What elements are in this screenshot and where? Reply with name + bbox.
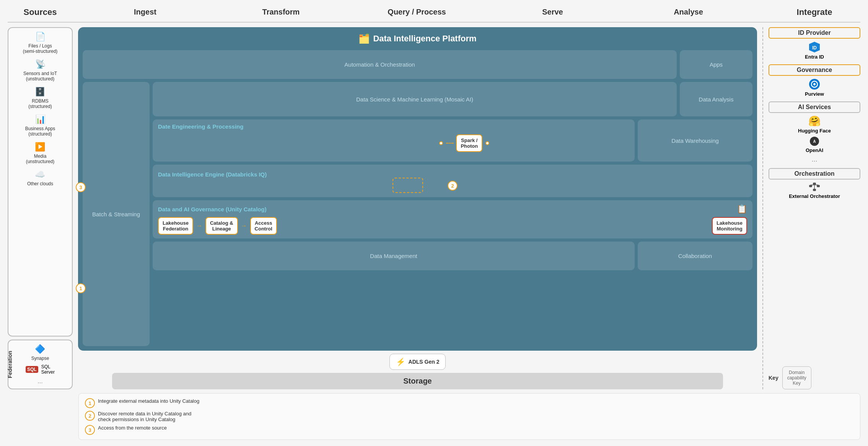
conn-dot-right <box>485 141 489 145</box>
adls-item: ⚡ ADLS Gen 2 <box>389 354 446 370</box>
orchestrator-icon <box>808 182 821 193</box>
purview-item: Purview <box>805 78 824 97</box>
main-headers: Ingest Transform Query / Process Serve A… <box>73 6 761 18</box>
media-icon: ▶️ <box>35 142 45 152</box>
openai-icon: A <box>809 136 820 147</box>
source-rdbms: 🗄️ RDBMS(structured) <box>28 87 52 109</box>
svg-point-4 <box>813 83 816 85</box>
purview-icon <box>808 78 821 90</box>
synapse-item: 🔷 Synapse <box>31 344 49 361</box>
synapse-icon: 🔷 <box>35 344 45 354</box>
files-icon: 📄 <box>35 32 46 42</box>
engine-dashed-box <box>392 178 423 193</box>
governance-integrate-label: Governance <box>769 64 860 76</box>
ingest-left-col: Batch & Streaming 3 1 <box>83 82 150 346</box>
row-governance: Data and AI Governance (Unity Catalog) 📋… <box>153 200 752 239</box>
row-data-mgmt: Data Management Collaboration <box>153 242 752 270</box>
legend-box: 1 Integrate external metadata into Unity… <box>78 393 860 440</box>
platform-right: Data Science & Machine Learning (Mosaic … <box>153 82 752 346</box>
ai-services-group: AI Services 🤗 Hugging Face A OpenAI ... <box>769 101 860 163</box>
openai-item: A OpenAI <box>806 136 823 153</box>
ai-services-label: AI Services <box>769 101 860 113</box>
number-1-badge: 1 <box>76 283 86 293</box>
row-engine: Data Intelligence Engine (Databricks IQ)… <box>153 165 752 197</box>
platform-title-row: 🗂️ Data Intelligence Platform <box>83 32 752 47</box>
cloud-icon: ☁️ <box>35 170 45 180</box>
dashed-divider <box>762 27 763 389</box>
rdbms-icon: 🗄️ <box>35 87 45 97</box>
governance-group: Governance Purview <box>769 64 860 97</box>
header-row: Sources Ingest Transform Query / Process… <box>8 6 860 23</box>
orchestration-label: Orchestration <box>769 168 860 180</box>
sources-panel: ETL 📄 Files / Logs(semi-structured) 📡 Se… <box>8 27 73 389</box>
federation-label: Federation <box>8 351 13 378</box>
storage-bar: Storage <box>112 373 723 389</box>
svg-rect-10 <box>813 189 816 191</box>
date-engineering-cell: Date Engineering & Processing Spark / Ph… <box>153 119 635 162</box>
data-management-cell: Data Management <box>153 242 635 270</box>
svg-rect-8 <box>813 183 816 185</box>
etl-sources-box: ETL 📄 Files / Logs(semi-structured) 📡 Se… <box>8 27 73 337</box>
collaboration-cell: Collaboration <box>638 242 752 270</box>
sensors-icon: 📡 <box>35 59 46 69</box>
id-provider-label: ID Provider <box>769 27 860 39</box>
federation-box: Federation 🔷 Synapse SQL SQLServer ... <box>8 340 73 389</box>
query-header: Query / Process <box>349 6 485 18</box>
integrate-panel: ID Provider ID Entra ID Governance <box>769 27 860 389</box>
data-analysis-cell: Data Analysis <box>680 82 752 116</box>
row-automation: Automation & Orchestration Apps <box>83 50 752 79</box>
spark-row: Spark / Photon <box>438 134 490 152</box>
sources-header: Sources <box>8 7 73 17</box>
data-warehousing-cell: Data Warehousing <box>638 119 752 162</box>
source-files-logs: 📄 Files / Logs(semi-structured) <box>23 32 58 54</box>
domain-capability-key: Domain capability Key <box>782 366 811 389</box>
platform-panel: 🗂️ Data Intelligence Platform Automation… <box>78 27 757 389</box>
governance-outer-cell: Data and AI Governance (Unity Catalog) 📋… <box>153 200 752 239</box>
analyse-header: Analyse <box>620 6 756 18</box>
serve-header: Serve <box>485 6 620 18</box>
gov-arrow-1: → <box>196 222 202 229</box>
platform-title: Data Intelligence Platform <box>373 34 476 44</box>
number-3-badge: 3 <box>76 182 86 192</box>
sql-icon: SQL <box>26 366 38 373</box>
row-ds-ml: Data Science & Machine Learning (Mosaic … <box>153 82 752 116</box>
ingest-header: Ingest <box>77 6 213 18</box>
platform-icon: 🗂️ <box>358 33 370 44</box>
governance-icon: 📋 <box>737 204 747 214</box>
entra-id-icon: ID <box>808 41 821 53</box>
lakehouse-monitoring-tag: Lakehouse Monitoring <box>712 217 747 235</box>
svg-text:ID: ID <box>812 45 817 51</box>
svg-rect-9 <box>817 185 820 187</box>
source-other-clouds: ☁️ Other clouds <box>27 170 53 186</box>
row-engineering: Date Engineering & Processing Spark / Ph… <box>153 119 752 162</box>
engine-cell: Data Intelligence Engine (Databricks IQ)… <box>153 165 752 197</box>
source-sensors-iot: 📡 Sensors and IoT(unstructured) <box>23 59 57 82</box>
gov-arrow-2: → <box>241 222 247 229</box>
ai-services-dots: ... <box>811 155 817 163</box>
transform-header: Transform <box>213 6 349 18</box>
lakehouse-federation-tag: Lakehouse Federation <box>158 217 193 235</box>
storage-section: ⚡ ADLS Gen 2 Storage <box>78 354 757 389</box>
bottom-legend-row: 1 Integrate external metadata into Unity… <box>8 393 860 440</box>
catalog-lineage-tag: Catalog & Lineage <box>205 217 238 235</box>
integrate-header-top: Integrate <box>769 7 860 17</box>
entra-id-item: ID Entra ID <box>805 41 824 60</box>
governance-boxes-row: Lakehouse Federation → Catalog & Lineage… <box>158 217 747 235</box>
apps-cell: Apps <box>680 50 752 79</box>
platform-grid: Batch & Streaming 3 1 <box>83 82 752 346</box>
sql-server-item: SQL SQLServer <box>26 364 55 375</box>
id-provider-group: ID Provider ID Entra ID <box>769 27 860 60</box>
access-control-tag: Access Control <box>250 217 277 235</box>
orchestration-group: Orchestration External Orchestrator <box>769 168 860 199</box>
svg-text:A: A <box>813 139 816 144</box>
legend-item-3: 3 Access from the remote source <box>85 425 854 435</box>
batch-streaming-cell: Batch & Streaming 3 1 <box>83 82 150 346</box>
spark-photon-box: Spark / Photon <box>456 134 482 152</box>
external-orchestrator-item: External Orchestrator <box>789 182 840 199</box>
business-apps-icon: 📊 <box>35 114 46 124</box>
source-media: ▶️ Media(unstructured) <box>26 142 55 164</box>
svg-rect-7 <box>809 185 812 187</box>
hugging-face-item: 🤗 Hugging Face <box>798 115 831 134</box>
conn-dot-left <box>439 141 443 145</box>
automation-cell: Automation & Orchestration <box>83 50 677 79</box>
